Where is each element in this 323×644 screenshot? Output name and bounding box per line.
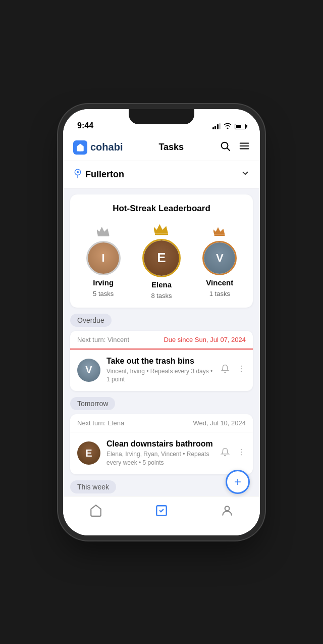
- nav-tasks[interactable]: [155, 504, 168, 520]
- logo: cohabi: [73, 140, 123, 155]
- tomorrow-header: Next turn: Elena Wed, Jul 10, 2024: [70, 414, 253, 432]
- svg-point-15: [241, 454, 242, 455]
- task-trash-actions: [221, 364, 246, 376]
- nav-home[interactable]: [89, 504, 102, 520]
- tomorrow-due-date: Wed, Jul 10, 2024: [193, 419, 246, 427]
- svg-point-17: [225, 506, 230, 511]
- elena-tasks: 8 tasks: [151, 292, 172, 300]
- leaderboard-card: Hot-Streak Leaderboard I: [70, 194, 253, 308]
- avatar-elena-wrapper: E: [142, 239, 181, 277]
- vincent-tasks: 1 tasks: [209, 290, 230, 298]
- chevron-down-icon: [241, 169, 250, 180]
- task-trash-name: Take out the trash bins: [106, 357, 214, 366]
- profile-icon: [221, 504, 234, 520]
- avatar-irving: I: [86, 241, 121, 275]
- elena-name: Elena: [151, 280, 172, 289]
- bronze-crown-icon: [213, 225, 226, 238]
- tomorrow-task-group: Next turn: Elena Wed, Jul 10, 2024 E Cle…: [70, 414, 253, 474]
- overdue-due-date: Due since Sun, Jul 07, 2024: [164, 336, 246, 343]
- task-bathroom-info: Clean downstairs bathroom Elena, Irving,…: [106, 439, 214, 467]
- task-trash-meta: Vincent, Irving • Repeats every 3 days •…: [106, 367, 214, 384]
- status-time: 9:44: [77, 121, 93, 130]
- overdue-next-turn: Next turn: Vincent: [77, 336, 129, 343]
- irving-tasks: 5 tasks: [93, 290, 114, 298]
- leaderboard-users: I Irving 5 tasks: [75, 223, 248, 298]
- task-trash-info: Take out the trash bins Vincent, Irving …: [106, 357, 214, 384]
- bottom-nav: [63, 496, 260, 535]
- home-icon: [89, 504, 102, 520]
- plus-icon: +: [234, 475, 241, 489]
- svg-point-13: [241, 449, 242, 450]
- logo-text: cohabi: [90, 141, 123, 153]
- svg-point-10: [241, 366, 242, 367]
- leaderboard-user-vincent[interactable]: V Vincent 1 tasks: [202, 225, 237, 298]
- location-pin-icon: [73, 168, 82, 181]
- leaderboard-user-irving[interactable]: I Irving 5 tasks: [86, 225, 121, 298]
- bell-icon-2[interactable]: [221, 448, 230, 459]
- svg-rect-7: [97, 235, 109, 236]
- notch: [129, 109, 194, 124]
- irving-name: Irving: [93, 278, 114, 287]
- logo-icon: [73, 140, 87, 155]
- overdue-badge: Overdue: [70, 314, 112, 327]
- svg-point-6: [77, 171, 79, 173]
- menu-icon[interactable]: [239, 140, 250, 155]
- gold-crown-icon: [154, 223, 169, 236]
- vincent-name: Vincent: [206, 278, 233, 287]
- overdue-section-label: Overdue: [70, 314, 253, 327]
- svg-rect-8: [155, 233, 168, 235]
- wifi-icon: [224, 123, 232, 130]
- task-avatar-vincent: V: [77, 359, 100, 382]
- svg-point-11: [241, 368, 242, 369]
- task-trash-bins[interactable]: V Take out the trash bins Vincent, Irvin…: [70, 350, 253, 391]
- tasks-icon: [155, 504, 168, 520]
- signal-icon: [212, 123, 221, 129]
- this-week-badge: This week: [70, 480, 116, 493]
- leaderboard-user-elena[interactable]: E Elena 8 tasks: [142, 223, 181, 300]
- app-header: cohabi Tasks: [63, 134, 260, 161]
- tomorrow-next-turn: Next turn: Elena: [77, 419, 124, 427]
- svg-rect-9: [214, 234, 225, 235]
- more-options-icon-2[interactable]: [237, 448, 246, 459]
- location-left: Fullerton: [73, 168, 124, 181]
- silver-crown-icon: [97, 225, 110, 238]
- task-avatar-elena: E: [77, 441, 100, 465]
- svg-line-1: [227, 148, 230, 151]
- search-icon[interactable]: [220, 140, 231, 155]
- page-title: Tasks: [158, 142, 184, 153]
- task-bathroom-name: Clean downstairs bathroom: [106, 439, 214, 449]
- header-actions: [220, 140, 250, 155]
- task-bathroom-meta: Elena, Irving, Ryan, Vincent • Repeats e…: [106, 450, 214, 467]
- location-bar[interactable]: Fullerton: [63, 161, 260, 188]
- avatar-vincent-wrapper: V: [202, 241, 237, 275]
- svg-point-12: [241, 371, 242, 372]
- leaderboard-title: Hot-Streak Leaderboard: [75, 204, 248, 214]
- tomorrow-section-label: Tomorrow: [70, 397, 253, 410]
- more-options-icon[interactable]: [237, 364, 246, 376]
- bell-icon[interactable]: [221, 364, 230, 376]
- status-icons: [212, 123, 246, 130]
- tomorrow-badge: Tomorrow: [70, 397, 115, 410]
- avatar-irving-wrapper: I: [86, 241, 121, 275]
- nav-profile[interactable]: [221, 504, 234, 520]
- add-task-fab[interactable]: +: [226, 470, 250, 494]
- battery-icon: [235, 124, 246, 129]
- svg-point-14: [241, 452, 242, 453]
- task-bathroom[interactable]: E Clean downstairs bathroom Elena, Irvin…: [70, 432, 253, 474]
- avatar-elena: E: [142, 239, 181, 277]
- overdue-header: Next turn: Vincent Due since Sun, Jul 07…: [70, 331, 253, 350]
- phone-frame: 9:44: [63, 109, 260, 535]
- location-name: Fullerton: [85, 169, 124, 180]
- avatar-vincent: V: [202, 241, 237, 275]
- overdue-task-group: Next turn: Vincent Due since Sun, Jul 07…: [70, 331, 253, 391]
- task-bathroom-actions: [221, 448, 246, 459]
